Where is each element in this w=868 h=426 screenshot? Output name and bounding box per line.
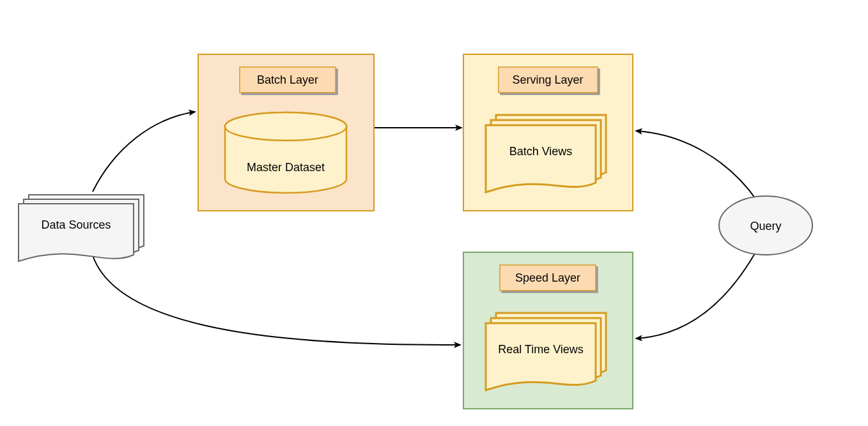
- arrow-query-to-serving: [636, 131, 757, 201]
- master-dataset-label: Master Dataset: [247, 161, 325, 174]
- realtime-views-label: Real Time Views: [498, 343, 584, 356]
- svg-point-3: [225, 112, 346, 141]
- speed-layer-container: Speed Layer Real Time Views: [463, 252, 633, 409]
- speed-layer-title: Speed Layer: [515, 271, 580, 284]
- batch-views-label: Batch Views: [509, 145, 573, 158]
- arrow-sources-to-speed: [93, 255, 460, 345]
- query-label: Query: [750, 220, 781, 232]
- arrow-query-to-speed: [636, 249, 757, 339]
- realtime-views-docs: Real Time Views: [486, 313, 606, 390]
- serving-layer-title: Serving Layer: [512, 73, 583, 86]
- batch-layer-title: Batch Layer: [257, 73, 318, 86]
- arrow-sources-to-batch: [93, 112, 195, 192]
- data-sources-node: Data Sources: [19, 195, 144, 261]
- architecture-diagram: Data Sources Batch Layer Master Dataset …: [0, 0, 868, 426]
- data-sources-label: Data Sources: [41, 218, 111, 231]
- query-node: Query: [719, 196, 812, 255]
- master-dataset-cylinder: Master Dataset: [225, 112, 346, 193]
- batch-views-docs: Batch Views: [486, 115, 606, 192]
- batch-layer-container: Batch Layer Master Dataset: [198, 54, 374, 211]
- serving-layer-container: Serving Layer Batch Views: [463, 54, 633, 211]
